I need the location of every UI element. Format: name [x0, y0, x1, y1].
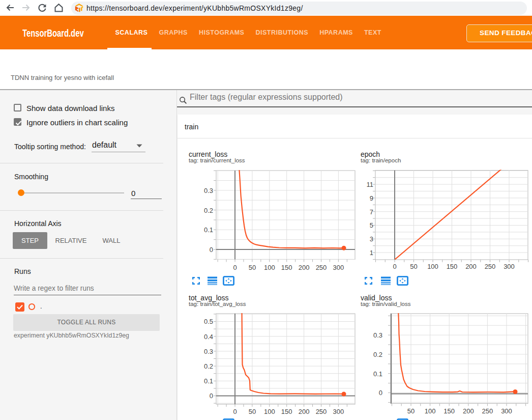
svg-text:150: 150 — [444, 407, 455, 414]
svg-text:7: 7 — [370, 208, 373, 216]
svg-text:150: 150 — [281, 408, 292, 414]
svg-text:250: 250 — [482, 407, 493, 414]
svg-text:0: 0 — [233, 408, 237, 414]
svg-text:0.2: 0.2 — [204, 207, 213, 214]
svg-text:0.4: 0.4 — [204, 333, 213, 341]
svg-text:150: 150 — [447, 263, 458, 270]
svg-text:300: 300 — [333, 408, 344, 414]
svg-text:0: 0 — [210, 246, 213, 254]
svg-text:50: 50 — [249, 408, 256, 414]
svg-text:0.2: 0.2 — [204, 362, 213, 370]
svg-text:0.1: 0.1 — [204, 226, 213, 234]
svg-text:300: 300 — [504, 263, 515, 270]
svg-text:50: 50 — [249, 264, 256, 271]
svg-text:300: 300 — [501, 407, 512, 414]
svg-text:0: 0 — [393, 263, 396, 270]
svg-text:0: 0 — [233, 264, 237, 271]
svg-text:250: 250 — [316, 264, 327, 271]
svg-text:250: 250 — [316, 408, 327, 414]
svg-text:5: 5 — [370, 221, 373, 229]
svg-text:150: 150 — [281, 264, 292, 271]
svg-text:200: 200 — [463, 407, 474, 414]
svg-text:200: 200 — [299, 408, 310, 414]
svg-text:0.2: 0.2 — [373, 351, 382, 358]
svg-text:0.3: 0.3 — [204, 187, 213, 194]
svg-text:100: 100 — [425, 407, 436, 414]
svg-text:0.5: 0.5 — [204, 318, 213, 325]
svg-text:0.3: 0.3 — [204, 348, 213, 355]
svg-text:0.3: 0.3 — [373, 331, 382, 339]
svg-text:200: 200 — [299, 264, 310, 271]
svg-text:0: 0 — [379, 389, 382, 397]
svg-text:250: 250 — [485, 263, 496, 270]
svg-text:200: 200 — [465, 263, 477, 270]
svg-text:0: 0 — [210, 392, 213, 400]
svg-text:50: 50 — [410, 263, 417, 270]
svg-text:0.1: 0.1 — [204, 377, 213, 385]
svg-text:100: 100 — [427, 263, 438, 270]
svg-text:11: 11 — [367, 181, 374, 188]
svg-text:100: 100 — [264, 408, 275, 414]
svg-text:100: 100 — [264, 264, 275, 271]
svg-text:0.1: 0.1 — [373, 370, 382, 378]
svg-text:300: 300 — [333, 264, 344, 271]
svg-text:9: 9 — [370, 194, 373, 202]
svg-text:3: 3 — [370, 235, 373, 243]
svg-text:1: 1 — [370, 249, 373, 257]
svg-text:50: 50 — [407, 407, 415, 414]
